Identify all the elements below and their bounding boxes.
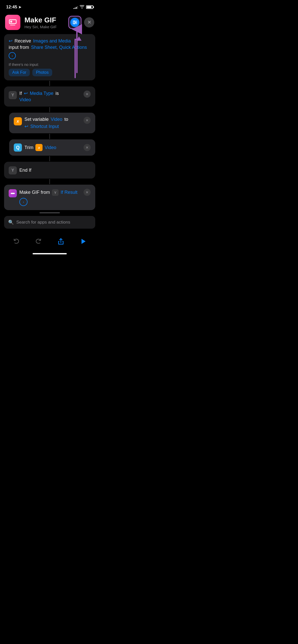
set-variable-label: Set variable [24, 117, 49, 122]
if-content: If ↩ Media Type is Video [19, 91, 81, 103]
orange-x-badge: x [35, 144, 43, 151]
sliders-icon [72, 20, 78, 25]
home-indicator [33, 253, 67, 254]
signal-bar-3 [76, 7, 77, 9]
receive-label: Receive [15, 38, 31, 44]
set-var-content: Set variable Video to ↩ Shortcut Input [24, 117, 81, 129]
dismiss-icon: ✕ [86, 92, 89, 96]
var-name-label[interactable]: Video [51, 117, 62, 122]
dismiss-makegif-icon: ✕ [86, 190, 89, 194]
dismiss-trim-button[interactable]: ✕ [84, 144, 91, 151]
header-text: Make GIF Hey Siri, Make GIF [24, 16, 64, 29]
battery-icon [86, 5, 93, 9]
if-result-badge-icon: Y [52, 189, 59, 196]
no-input-label: If there's no input: [9, 62, 91, 67]
receive-card: ↩ Receive Images and Media input from Sh… [4, 34, 95, 80]
make-gif-card: Make GIF from Y If Result › ✕ [4, 185, 95, 210]
expand-button[interactable]: › [9, 52, 16, 59]
make-gif-expand-button[interactable]: › [19, 198, 28, 206]
trim-label: Trim [24, 145, 33, 150]
redo-icon [35, 238, 42, 245]
redo-button[interactable] [33, 236, 44, 247]
dismiss-makegif-button[interactable]: ✕ [84, 189, 91, 196]
play-button[interactable] [77, 236, 89, 247]
shortcut-input-label[interactable]: Shortcut Input [30, 124, 59, 129]
receive-row2: input from Share Sheet, Quick Actions › [9, 45, 91, 59]
make-gif-content: Make GIF from Y If Result › [19, 189, 81, 206]
trim-card: Q Trim x Video ✕ [9, 139, 95, 156]
video-label-if[interactable]: Video [19, 97, 31, 102]
trim-content: Trim x Video [24, 144, 81, 151]
trim-var-label[interactable]: Video [45, 145, 56, 150]
undo-icon [13, 238, 20, 245]
media-type-label[interactable]: Media Type [30, 91, 53, 96]
close-button[interactable]: ✕ [84, 17, 94, 27]
connector-1 [49, 81, 50, 86]
connector-3 [49, 134, 50, 139]
header: Make GIF Hey Siri, Make GIF ✕ [0, 13, 99, 34]
sources-label[interactable]: Share Sheet, Quick Actions [31, 45, 87, 50]
set-var-row1: Set variable Video to [24, 117, 81, 122]
y-icon: Y [11, 93, 14, 97]
share-icon [57, 238, 64, 245]
search-bar[interactable]: 🔍 Search for apps and actions [4, 216, 95, 229]
search-icon: 🔍 [8, 219, 14, 225]
receive-icon: ↩ [9, 38, 12, 44]
y-endif-icon: Y [11, 168, 14, 173]
ask-for-pill[interactable]: Ask For [9, 69, 30, 76]
if-result-y-icon: Y [54, 191, 57, 195]
play-icon [79, 237, 87, 245]
search-placeholder: Search for apps and actions [16, 220, 70, 225]
q-badge: Q [14, 143, 22, 152]
workflow-area: ↩ Receive Images and Media input from Sh… [0, 34, 99, 210]
signal-bar-2 [75, 8, 75, 9]
photos-pill[interactable]: Photos [32, 69, 52, 76]
svg-point-4 [75, 22, 76, 23]
location-icon: ➤ [18, 5, 21, 9]
make-gif-chevron-icon: › [23, 200, 24, 204]
undo-button[interactable] [11, 236, 22, 247]
if-label: If [19, 91, 22, 96]
app-title: Make GIF [24, 16, 64, 24]
wifi-icon [80, 5, 84, 9]
end-if-label: End If [19, 168, 31, 173]
x-icon: x [17, 119, 19, 124]
set-var-row2: ↩ Shortcut Input [24, 124, 81, 129]
x-badge-setvar: x [14, 117, 22, 125]
dismiss-setvar-button[interactable]: ✕ [84, 117, 91, 124]
q-icon: Q [16, 145, 20, 150]
gif-badge [9, 189, 17, 197]
svg-point-5 [74, 23, 75, 24]
is-label: is [56, 91, 59, 96]
time-display: 12:45 [6, 5, 17, 10]
receive-row1: ↩ Receive Images and Media [9, 38, 91, 44]
settings-btn-inner [70, 18, 79, 27]
if-var-icon: ↩ [24, 91, 28, 96]
connector-2 [49, 107, 50, 112]
share-button[interactable] [55, 236, 66, 247]
if-result-label[interactable]: If Result [61, 190, 77, 195]
y-badge-if: Y [9, 91, 17, 99]
shortcut-input-icon: ↩ [24, 124, 28, 129]
status-icons [73, 5, 93, 9]
status-time: 12:45 ➤ [6, 5, 21, 10]
signal-bar-4 [77, 6, 78, 9]
dismiss-setvar-icon: ✕ [86, 118, 89, 122]
status-bar: 12:45 ➤ [0, 0, 99, 13]
input-from-label: input from [9, 45, 29, 50]
siri-phrase: Hey Siri, Make GIF [24, 25, 64, 29]
connector-5 [49, 179, 50, 184]
dismiss-trim-icon: ✕ [86, 145, 89, 150]
signal-bar-1 [73, 8, 74, 9]
y-badge-endif: Y [9, 166, 17, 174]
svg-point-3 [74, 21, 75, 22]
connector-4 [49, 156, 50, 161]
battery-fill [87, 6, 91, 8]
settings-button[interactable] [68, 16, 82, 29]
images-media-label[interactable]: Images and Media [33, 38, 71, 44]
dismiss-if-button[interactable]: ✕ [84, 91, 91, 98]
pill-row: Ask For Photos [9, 69, 91, 76]
svg-marker-8 [82, 239, 86, 244]
gif-icon-dots [11, 193, 15, 194]
to-label: to [64, 117, 68, 122]
